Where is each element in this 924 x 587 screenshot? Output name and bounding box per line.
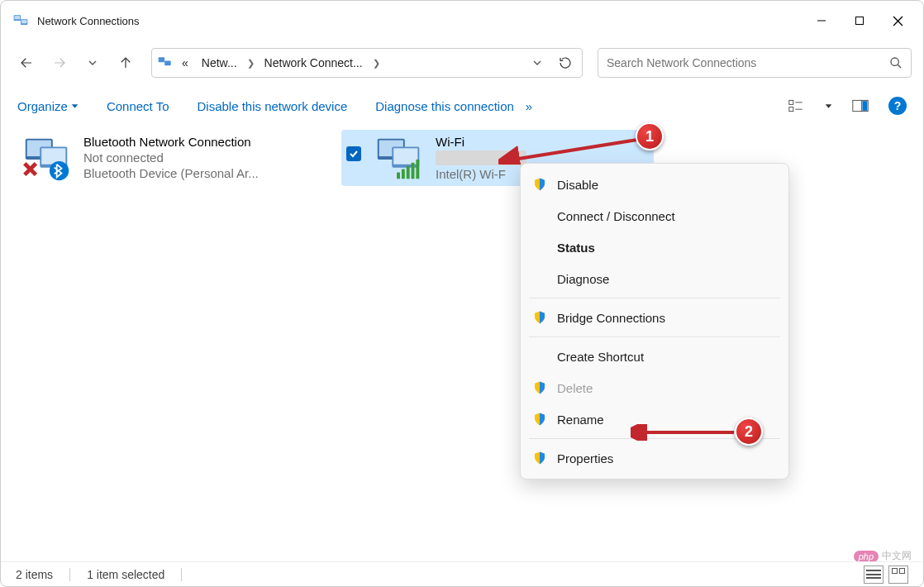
shield-icon bbox=[532, 380, 547, 395]
adapter-status: Not connected bbox=[83, 150, 259, 165]
title-bar: Network Connections bbox=[1, 1, 923, 41]
svg-rect-16 bbox=[789, 100, 793, 104]
breadcrumb-item-network[interactable]: Netw... bbox=[197, 55, 242, 71]
separator bbox=[69, 568, 70, 581]
svg-marker-20 bbox=[826, 104, 832, 108]
status-bar: 2 items 1 item selected bbox=[1, 561, 923, 586]
svg-rect-39 bbox=[416, 160, 419, 179]
ctx-create-shortcut[interactable]: Create Shortcut bbox=[521, 341, 788, 372]
ctx-delete: Delete bbox=[521, 372, 788, 403]
adapter-name: Wi-Fi bbox=[436, 135, 526, 149]
separator bbox=[529, 298, 780, 298]
svg-line-14 bbox=[898, 64, 901, 68]
adapter-device: Intel(R) Wi-F bbox=[436, 167, 526, 181]
wifi-adapter-icon bbox=[371, 133, 427, 183]
svg-rect-35 bbox=[397, 172, 400, 179]
shield-icon bbox=[532, 412, 547, 427]
window-controls bbox=[803, 7, 917, 34]
help-button[interactable]: ? bbox=[888, 97, 907, 115]
shield-icon bbox=[532, 177, 547, 192]
view-options-button[interactable] bbox=[787, 96, 807, 116]
close-button[interactable] bbox=[879, 7, 917, 34]
ctx-diagnose[interactable]: Diagnose bbox=[521, 263, 788, 294]
maximize-button[interactable] bbox=[841, 7, 879, 34]
shield-icon bbox=[532, 310, 547, 325]
breadcrumb-item-connections[interactable]: Network Connect... bbox=[260, 55, 368, 71]
search-icon[interactable] bbox=[889, 56, 903, 69]
svg-rect-5 bbox=[856, 17, 864, 25]
recent-dropdown-button[interactable] bbox=[79, 49, 107, 77]
svg-rect-38 bbox=[412, 163, 415, 179]
address-folder-icon bbox=[157, 55, 174, 71]
ctx-properties[interactable]: Properties bbox=[521, 442, 788, 474]
svg-rect-17 bbox=[789, 107, 793, 112]
separator bbox=[529, 336, 780, 337]
organize-menu[interactable]: Organize bbox=[17, 99, 79, 113]
separator bbox=[181, 568, 182, 581]
connect-to-button[interactable]: Connect To bbox=[107, 99, 169, 113]
command-bar: Organize Connect To Disable this network… bbox=[1, 85, 923, 126]
annotation-marker-2: 2 bbox=[735, 418, 763, 446]
large-icons-view-button[interactable] bbox=[888, 566, 908, 584]
back-button[interactable] bbox=[12, 49, 40, 77]
up-button[interactable] bbox=[112, 49, 140, 77]
svg-marker-15 bbox=[72, 104, 79, 108]
ctx-connect-disconnect[interactable]: Connect / Disconnect bbox=[521, 200, 788, 231]
overflow-button[interactable]: » bbox=[526, 99, 532, 113]
minimize-button[interactable] bbox=[803, 7, 841, 34]
svg-point-13 bbox=[891, 58, 898, 65]
svg-rect-34 bbox=[393, 148, 417, 164]
status-selected-count: 1 item selected bbox=[87, 568, 164, 581]
preview-pane-button[interactable] bbox=[850, 96, 870, 116]
svg-rect-12 bbox=[164, 61, 171, 66]
search-box[interactable] bbox=[598, 48, 912, 78]
bluetooth-adapter-icon bbox=[19, 133, 75, 183]
svg-rect-11 bbox=[159, 57, 165, 62]
forward-button[interactable] bbox=[45, 49, 74, 77]
ctx-disable[interactable]: Disable bbox=[521, 169, 788, 200]
adapter-status bbox=[436, 150, 526, 165]
shield-icon bbox=[532, 451, 547, 465]
annotation-marker-1: 1 bbox=[636, 122, 664, 150]
chevron-down-icon[interactable] bbox=[825, 103, 832, 110]
network-connections-icon bbox=[12, 12, 29, 29]
svg-rect-36 bbox=[402, 169, 405, 179]
adapter-item-bluetooth[interactable]: Bluetooth Network Connection Not connect… bbox=[14, 130, 326, 186]
search-input[interactable] bbox=[607, 56, 889, 69]
ctx-status[interactable]: Status bbox=[521, 231, 788, 263]
svg-rect-23 bbox=[863, 101, 868, 111]
chevron-right-icon[interactable]: ❯ bbox=[245, 58, 256, 69]
svg-rect-3 bbox=[21, 20, 27, 23]
selection-checkbox[interactable] bbox=[346, 146, 361, 161]
adapter-name: Bluetooth Network Connection bbox=[83, 135, 259, 149]
navigation-row: « Netw... ❯ Network Connect... ❯ bbox=[1, 41, 923, 85]
chevron-right-icon[interactable]: ❯ bbox=[371, 58, 382, 69]
address-dropdown-button[interactable] bbox=[526, 51, 549, 74]
address-bar[interactable]: « Netw... ❯ Network Connect... ❯ bbox=[151, 48, 583, 78]
diagnose-connection-button[interactable]: Diagnose this connection bbox=[375, 99, 514, 113]
svg-rect-37 bbox=[407, 166, 410, 179]
chevron-down-icon bbox=[71, 103, 79, 110]
disable-device-button[interactable]: Disable this network device bbox=[197, 99, 347, 113]
window-title: Network Connections bbox=[37, 15, 803, 27]
svg-rect-2 bbox=[15, 16, 21, 19]
ctx-bridge[interactable]: Bridge Connections bbox=[521, 302, 788, 333]
status-item-count: 2 items bbox=[16, 568, 53, 581]
details-view-button[interactable] bbox=[864, 566, 884, 584]
breadcrumb-root[interactable]: « bbox=[177, 55, 193, 71]
adapter-device: Bluetooth Device (Personal Ar... bbox=[83, 166, 259, 180]
refresh-button[interactable] bbox=[554, 51, 577, 74]
